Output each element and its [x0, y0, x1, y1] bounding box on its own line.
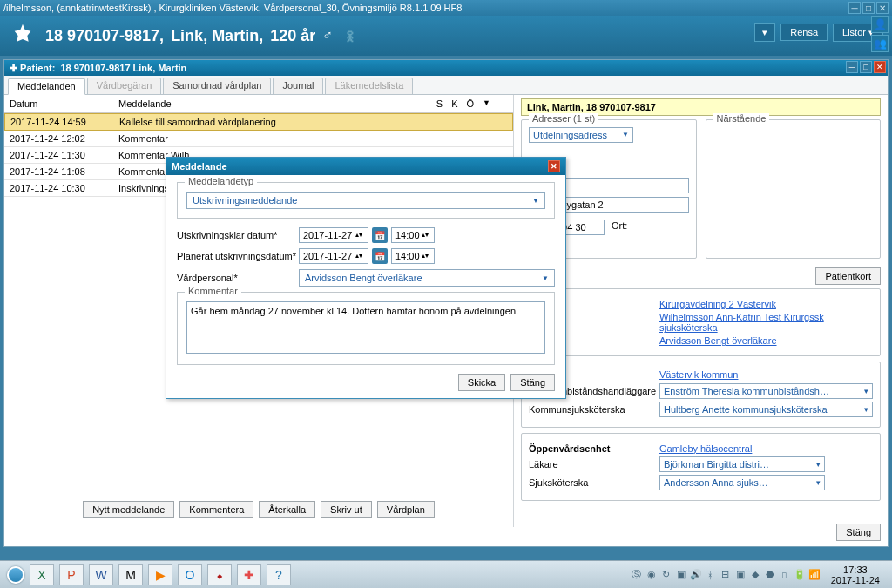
pw-maximize-icon[interactable]: □ — [860, 61, 872, 73]
openvard-link[interactable]: Gamleby hälsocentral — [659, 443, 873, 454]
col-s[interactable]: S — [436, 98, 443, 109]
skicka-button[interactable]: Skicka — [458, 374, 505, 391]
ssk-label: Sjuksköterska — [529, 477, 659, 488]
patient-info-pane: Link, Martin, 18 970107-9817 Adresser (1… — [514, 95, 888, 527]
medical-app-icon[interactable]: ✚ — [237, 564, 261, 585]
nytt-meddelande-button[interactable]: Nytt meddelande — [83, 501, 174, 518]
address-type-select[interactable]: Utdelningsadress — [529, 127, 633, 143]
app-m-icon[interactable]: M — [118, 564, 143, 585]
tray-icon[interactable]: ⊟ — [720, 569, 732, 581]
excel-icon[interactable]: X — [30, 564, 54, 585]
bluetooth-icon[interactable]: ᚼ — [705, 569, 717, 581]
col-datum[interactable]: Datum — [10, 98, 118, 109]
taskbar-clock[interactable]: 17:33 2017-11-24 — [826, 564, 885, 585]
utskr-date-input[interactable]: 2017-11-27▴▾ — [299, 227, 368, 243]
unit-team-group: nhetKirurgavdelning 2 Västervik ka/TeamW… — [521, 288, 881, 356]
battery-icon[interactable]: 🔋 — [794, 569, 806, 581]
taskbar-apps: X P W M ▶ O ⬥ ✚ ? — [7, 564, 291, 585]
ks-select[interactable]: Hultberg Anette kommunsjuksköterska — [659, 402, 873, 417]
plan-row: Planerat utskrivningsdatum* 2017-11-27▴▾… — [177, 248, 555, 264]
openvard-group: ÖppenvårdsenhetGamleby hälsocentral Läka… — [521, 433, 881, 501]
calendar-icon[interactable]: 📅 — [372, 227, 388, 243]
dialog-stang-button[interactable]: Stäng — [510, 374, 555, 391]
message-row[interactable]: 2017-11-24 14:59 Kallelse till samordnad… — [4, 113, 513, 131]
pw-minimize-icon[interactable]: ─ — [846, 61, 858, 73]
kommentera-button[interactable]: Kommentera — [179, 501, 253, 518]
tray-icon[interactable]: ◆ — [749, 569, 761, 581]
col-o[interactable]: Ö — [467, 98, 475, 109]
tab-lakemedel[interactable]: Läkemedelslista — [325, 78, 413, 94]
ssk-select[interactable]: Andersson Anna sjuks… — [659, 475, 825, 490]
tray-icon[interactable]: ▣ — [734, 569, 747, 581]
clock-date: 2017-11-24 — [831, 575, 880, 585]
powerpoint-icon[interactable]: P — [59, 564, 84, 585]
col-meddelande[interactable]: Meddelande — [118, 98, 436, 109]
dialog-titlebar[interactable]: Meddelande ✕ — [166, 158, 565, 175]
help-icon[interactable]: ? — [267, 564, 291, 585]
tray-icon[interactable]: ⬣ — [764, 569, 776, 581]
wifi-icon[interactable]: 📶 — [808, 569, 821, 581]
meddelandetyp-fieldset: Meddelandetyp Utskrivningsmeddelande — [177, 182, 555, 219]
meddelandetyp-legend: Meddelandetyp — [185, 176, 257, 186]
kommun-link[interactable]: Västervik kommun — [659, 369, 738, 380]
close-icon[interactable]: ✕ — [876, 2, 889, 14]
vardpersonal-select[interactable]: Arvidsson Bengt överläkare — [299, 269, 555, 287]
skriv-ut-button[interactable]: Skriv ut — [321, 501, 372, 518]
kb-select[interactable]: Enström Theresia kommunbiståndsh… — [659, 383, 873, 399]
rensa-button[interactable]: Rensa — [780, 24, 828, 41]
sko-columns: S K Ö ▼ — [436, 98, 490, 109]
pdf-icon[interactable]: ⬥ — [207, 564, 232, 585]
start-button-icon[interactable] — [7, 566, 24, 584]
utskr-time-input[interactable]: 14:00▴▾ — [391, 227, 435, 243]
ks-label: Kommunsjuksköterska — [529, 404, 659, 415]
enhet-link[interactable]: Kirurgavdelning 2 Västervik — [659, 299, 873, 309]
tab-vardbegaran[interactable]: Vårdbegäran — [87, 78, 162, 94]
patient-age: 120 år — [270, 27, 315, 45]
stang-button[interactable]: Stäng — [836, 524, 881, 541]
kommentar-textarea[interactable] — [186, 301, 545, 354]
skype-icon[interactable]: Ⓢ — [631, 569, 643, 581]
plan-time-input[interactable]: 14:00▴▾ — [391, 248, 435, 264]
utskr-label: Utskrivningsklar datum* — [177, 230, 299, 240]
patient-bar-prefix: ✚ Patient: — [10, 63, 55, 74]
tab-samordnad[interactable]: Samordnad vårdplan — [163, 78, 271, 94]
vardpersonal-row: Vårdpersonal* Arvidsson Bengt överläkare — [177, 269, 555, 287]
utskr-row: Utskrivningsklar datum* 2017-11-27▴▾ 📅 1… — [177, 227, 555, 243]
user-icon[interactable]: 👤 — [871, 16, 889, 33]
tab-journal[interactable]: Journal — [273, 78, 323, 94]
patientkort-button[interactable]: Patientkort — [815, 267, 881, 285]
network-icon[interactable]: ⎍ — [779, 569, 791, 581]
aterkalla-button[interactable]: Återkalla — [259, 501, 315, 518]
word-icon[interactable]: W — [89, 564, 113, 585]
windows-taskbar: X P W M ▶ O ⬥ ✚ ? Ⓢ ◉ ↻ ▣ 🔊 ᚼ ⊟ ▣ ◆ ⬣ ⎍ … — [0, 560, 892, 588]
volume-icon[interactable]: 🔊 — [690, 569, 702, 581]
meddelandetyp-select[interactable]: Utskrivningsmeddelande — [186, 192, 545, 209]
group-icon[interactable]: 👥 — [871, 35, 889, 52]
team-link[interactable]: Wilhelmsson Ann-Katrin Test Kirurgssk sj… — [659, 312, 873, 333]
outlook-icon[interactable]: O — [178, 564, 202, 585]
vardplan-button[interactable]: Vårdplan — [377, 501, 435, 518]
sort-arrow-icon[interactable]: ▼ — [483, 98, 490, 109]
calendar-icon[interactable]: 📅 — [372, 248, 388, 264]
col-k[interactable]: K — [451, 98, 457, 109]
tray-icons: Ⓢ ◉ ↻ ▣ 🔊 ᚼ ⊟ ▣ ◆ ⬣ ⎍ 🔋 📶 — [631, 569, 821, 581]
al-link[interactable]: Arvidsson Bengt överläkare — [659, 335, 873, 346]
addresses-group-title: Adresser (1 st) — [529, 113, 598, 124]
app-titlebar: /ilhelmsson, (annkatrinwtestKirssk) , Ki… — [0, 0, 892, 16]
header-dropdown-button[interactable]: ▾ — [754, 23, 775, 42]
tray-icon[interactable]: ↻ — [660, 569, 672, 581]
tab-meddelanden[interactable]: Meddelanden — [8, 78, 85, 95]
media-player-icon[interactable]: ▶ — [148, 564, 172, 585]
dialog-close-icon[interactable]: ✕ — [548, 160, 560, 172]
minimize-icon[interactable]: ─ — [848, 2, 861, 14]
taskbar-tray: Ⓢ ◉ ↻ ▣ 🔊 ᚼ ⊟ ▣ ◆ ⬣ ⎍ 🔋 📶 17:33 2017-11-… — [631, 564, 885, 585]
msg-date: 2017-11-24 11:08 — [10, 166, 118, 177]
plan-date-input[interactable]: 2017-11-27▴▾ — [299, 248, 368, 264]
message-row[interactable]: 2017-11-24 12:02 Kommentar — [4, 131, 513, 147]
patient-name: Link, Martin, — [171, 27, 263, 45]
maximize-icon[interactable]: □ — [862, 2, 875, 14]
tray-icon[interactable]: ▣ — [675, 569, 687, 581]
lakare-select[interactable]: Björkman Birgitta distri… — [659, 456, 825, 472]
tray-icon[interactable]: ◉ — [645, 569, 658, 581]
pw-close-icon[interactable]: ✕ — [874, 61, 886, 73]
